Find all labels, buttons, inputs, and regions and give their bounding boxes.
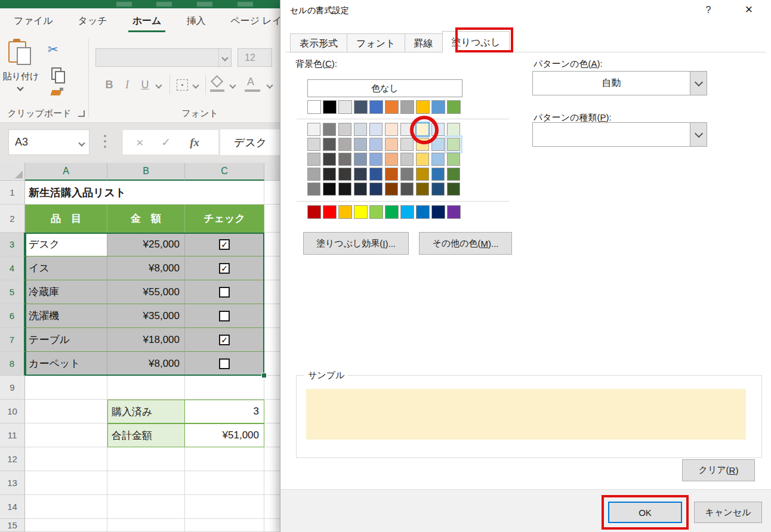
summary-label-cell[interactable]: 合計金額 xyxy=(107,423,185,447)
color-swatch[interactable] xyxy=(323,205,337,219)
checkbox[interactable]: ✓ xyxy=(219,335,230,345)
summary-value-cell[interactable]: ¥51,000 xyxy=(185,423,264,447)
color-swatch[interactable] xyxy=(400,100,414,114)
select-all-corner[interactable] xyxy=(0,163,25,181)
color-swatch[interactable] xyxy=(447,205,461,219)
color-swatch[interactable] xyxy=(354,168,367,181)
color-swatch[interactable] xyxy=(385,183,398,196)
row-header-13[interactable]: 13 xyxy=(0,471,25,495)
checkbox[interactable]: ✓ xyxy=(219,239,230,250)
grid-cell[interactable] xyxy=(25,400,107,423)
color-swatch[interactable] xyxy=(416,168,429,181)
quick-access-icon[interactable] xyxy=(238,2,253,7)
fill-color-icon[interactable] xyxy=(211,75,223,88)
fill-effects-button[interactable]: 塗りつぶし効果(I)... xyxy=(303,232,409,255)
item-price-cell[interactable]: ¥8,000 xyxy=(107,256,185,280)
italic-button[interactable]: I xyxy=(119,76,135,94)
ribbon-tab-file[interactable]: ファイル xyxy=(1,8,66,34)
ribbon-tab-touch[interactable]: タッチ xyxy=(66,8,120,34)
grid-cell[interactable] xyxy=(25,376,107,400)
fill-color-dropdown-icon[interactable] xyxy=(229,82,236,88)
color-swatch[interactable] xyxy=(338,183,351,196)
color-swatch[interactable] xyxy=(447,168,460,181)
row-header-3[interactable]: 3 xyxy=(0,233,25,256)
color-swatch[interactable] xyxy=(338,153,351,166)
quick-access-icon[interactable] xyxy=(197,2,212,7)
quick-access-icon[interactable] xyxy=(116,2,132,7)
ribbon-tab-insert[interactable]: 挿入 xyxy=(174,8,218,34)
grid-cell[interactable] xyxy=(264,519,280,532)
underline-button[interactable]: U xyxy=(137,76,153,94)
pattern-type-dropdown[interactable] xyxy=(532,122,707,147)
color-swatch[interactable] xyxy=(400,138,414,151)
color-swatch[interactable] xyxy=(307,205,321,219)
grid-cell[interactable] xyxy=(264,256,280,280)
row-header-4[interactable]: 4 xyxy=(0,256,25,280)
grid-cell[interactable] xyxy=(185,519,264,532)
grid-cell[interactable] xyxy=(264,280,280,304)
ribbon-tab-home[interactable]: ホーム xyxy=(120,8,174,34)
borders-icon[interactable] xyxy=(177,79,188,91)
color-swatch[interactable] xyxy=(385,153,398,166)
grid-cell[interactable] xyxy=(264,304,280,328)
column-header-a[interactable]: A xyxy=(25,163,107,181)
grid-cell[interactable] xyxy=(264,233,280,256)
row-header-14[interactable]: 14 xyxy=(0,495,25,519)
checkbox[interactable] xyxy=(219,358,230,369)
grid-cell[interactable] xyxy=(25,495,107,519)
formula-bar-grip[interactable] xyxy=(104,135,106,150)
dropdown-arrow-icon[interactable] xyxy=(690,72,707,95)
color-swatch[interactable] xyxy=(416,205,430,219)
color-swatch[interactable] xyxy=(431,168,445,181)
color-swatch[interactable] xyxy=(400,153,414,166)
enter-entry-icon[interactable]: ✓ xyxy=(161,135,171,149)
color-swatch[interactable] xyxy=(416,100,430,114)
format-painter-icon[interactable] xyxy=(51,90,62,95)
grid-cell[interactable] xyxy=(107,447,185,471)
color-swatch[interactable] xyxy=(431,183,445,196)
grid-cell[interactable] xyxy=(25,423,107,447)
row-header-8[interactable]: 8 xyxy=(0,352,25,376)
grid-cell[interactable] xyxy=(107,376,185,400)
color-swatch[interactable] xyxy=(400,183,414,196)
color-swatch[interactable] xyxy=(323,100,337,114)
grid-cell[interactable] xyxy=(185,495,264,519)
row-header-6[interactable]: 6 xyxy=(0,304,25,328)
insert-function-icon[interactable]: fx xyxy=(190,136,199,149)
color-swatch[interactable] xyxy=(416,138,429,151)
grid-cell[interactable] xyxy=(107,471,185,495)
paste-dropdown-icon[interactable] xyxy=(17,84,23,91)
color-swatch[interactable] xyxy=(400,168,414,181)
item-name-cell[interactable]: デスク xyxy=(25,233,107,256)
color-swatch[interactable] xyxy=(447,153,460,166)
color-swatch[interactable] xyxy=(385,123,398,136)
formula-input[interactable]: デスク xyxy=(220,129,280,155)
help-icon[interactable]: ? xyxy=(701,3,716,17)
grid-cell[interactable] xyxy=(264,423,280,447)
color-swatch[interactable] xyxy=(369,183,383,196)
column-header-d[interactable] xyxy=(264,163,280,181)
item-price-cell[interactable]: ¥8,000 xyxy=(107,352,185,376)
color-swatch[interactable] xyxy=(369,153,383,166)
color-swatch[interactable] xyxy=(338,138,351,151)
quick-access-icon[interactable] xyxy=(156,2,172,7)
color-swatch[interactable] xyxy=(431,138,445,151)
grid-cell[interactable] xyxy=(185,376,264,400)
color-swatch[interactable] xyxy=(338,123,351,136)
item-price-cell[interactable]: ¥35,000 xyxy=(107,304,185,328)
tab-border[interactable]: 罫線 xyxy=(405,33,443,52)
item-name-cell[interactable]: 冷蔵庫 xyxy=(25,280,107,304)
cancel-entry-icon[interactable]: × xyxy=(136,135,143,150)
cell-a1-title[interactable]: 新生活購入品リスト xyxy=(25,181,185,205)
more-colors-button[interactable]: その他の色(M)... xyxy=(419,232,512,255)
tab-font[interactable]: フォント xyxy=(347,33,405,52)
item-name-cell[interactable]: イス xyxy=(25,256,107,280)
grid-cell[interactable] xyxy=(264,376,280,400)
grid-cell[interactable] xyxy=(264,205,280,233)
color-swatch[interactable] xyxy=(385,205,399,219)
color-swatch[interactable] xyxy=(354,183,367,196)
checkbox[interactable]: ✓ xyxy=(219,263,230,274)
grid-cell[interactable] xyxy=(185,181,264,205)
grid-cell[interactable] xyxy=(25,519,107,532)
grid-cell[interactable] xyxy=(264,471,280,495)
